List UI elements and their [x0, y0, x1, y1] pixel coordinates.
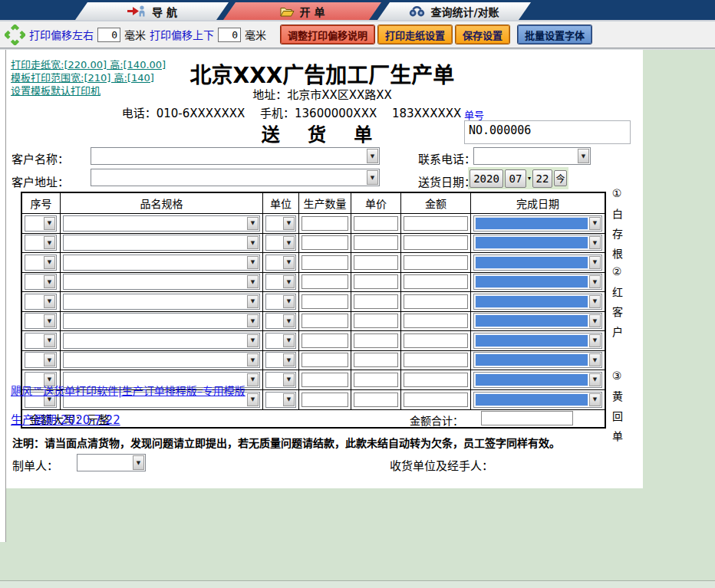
chevron-down-icon[interactable]: ▼	[44, 256, 55, 269]
qty-input[interactable]	[301, 216, 348, 231]
unit-select[interactable]: ▼	[265, 215, 296, 232]
production-cycle-link[interactable]: 生产周期:2020-7-22	[11, 411, 120, 427]
amount-input[interactable]	[404, 373, 468, 387]
chevron-down-icon[interactable]: ▼	[589, 393, 601, 406]
chevron-down-icon[interactable]: ▼	[44, 275, 55, 288]
product-select[interactable]: ▼	[63, 274, 260, 290]
chevron-down-icon[interactable]: ▼	[283, 295, 295, 308]
price-input[interactable]	[354, 314, 398, 328]
qty-input[interactable]	[301, 294, 348, 309]
unit-select[interactable]: ▼	[265, 255, 296, 271]
amount-input[interactable]	[404, 314, 468, 328]
seq-select[interactable]: ▼	[25, 235, 57, 251]
finish-date-select[interactable]: ▼	[473, 313, 602, 329]
unit-select[interactable]: ▼	[265, 313, 296, 329]
chevron-down-icon[interactable]: ▼	[247, 275, 259, 288]
chevron-down-icon[interactable]: ▼	[133, 455, 144, 470]
chevron-down-icon[interactable]: ▼	[589, 314, 601, 327]
batch-font-button[interactable]: 批量设置字体	[518, 25, 591, 44]
chevron-down-icon[interactable]: ▼	[247, 353, 259, 366]
adjust-offset-help-button[interactable]: 调整打印偏移说明	[281, 25, 374, 44]
unit-select[interactable]: ▼	[265, 294, 296, 310]
chevron-down-icon[interactable]: ▼	[283, 314, 295, 327]
chevron-down-icon[interactable]: ▼	[589, 275, 601, 288]
order-no-field[interactable]: NO.000006	[464, 120, 631, 144]
finish-date-select[interactable]: ▼	[473, 235, 602, 251]
finish-date-select[interactable]: ▼	[473, 333, 602, 349]
amount-input[interactable]	[404, 216, 468, 231]
amount-input[interactable]	[404, 353, 468, 367]
qty-input[interactable]	[301, 255, 348, 270]
chevron-down-icon[interactable]: ▼	[589, 236, 601, 249]
date-today-button[interactable]: 今	[554, 170, 567, 186]
price-input[interactable]	[354, 353, 398, 367]
chevron-down-icon[interactable]: ▼	[589, 217, 601, 230]
chevron-down-icon[interactable]: ▼	[247, 256, 259, 269]
seq-select[interactable]: ▼	[25, 255, 57, 271]
seq-select[interactable]: ▼	[25, 352, 57, 368]
paper-feed-settings-button[interactable]: 打印走纸设置	[378, 25, 452, 44]
tab-query-stats[interactable]: 查询统计/对账	[377, 2, 531, 20]
chevron-down-icon[interactable]: ▼	[283, 217, 295, 230]
offset-ud-input[interactable]	[218, 28, 241, 42]
seq-select[interactable]: ▼	[25, 215, 57, 232]
qty-input[interactable]	[301, 235, 348, 250]
seq-select[interactable]: ▼	[25, 294, 57, 310]
seq-select[interactable]: ▼	[25, 274, 57, 290]
qty-input[interactable]	[301, 353, 348, 367]
chevron-down-icon[interactable]: ▼	[589, 373, 601, 386]
chevron-down-icon[interactable]: ▼	[367, 170, 378, 185]
amount-input[interactable]	[404, 294, 468, 309]
chevron-down-icon[interactable]: ▼	[589, 353, 601, 366]
chevron-down-icon[interactable]: ▼	[283, 236, 295, 249]
chevron-down-icon[interactable]: ▼	[589, 256, 601, 269]
amount-input[interactable]	[404, 274, 468, 289]
product-select[interactable]: ▼	[63, 235, 260, 251]
amount-input[interactable]	[404, 235, 468, 250]
price-input[interactable]	[354, 255, 398, 270]
save-settings-button[interactable]: 保存设置	[456, 25, 509, 44]
chevron-down-icon[interactable]: ▼	[44, 217, 55, 230]
chevron-down-icon[interactable]: ▼	[247, 393, 259, 406]
amount-input[interactable]	[404, 255, 468, 270]
chevron-down-icon[interactable]: ▼	[44, 353, 55, 366]
maker-select[interactable]: ▼	[77, 454, 146, 471]
qty-input[interactable]	[301, 314, 348, 328]
chevron-down-icon[interactable]: ▼	[283, 353, 295, 366]
price-input[interactable]	[354, 216, 398, 231]
amount-input[interactable]	[404, 333, 468, 348]
product-select[interactable]: ▼	[63, 352, 260, 368]
chevron-down-icon[interactable]: ▼	[247, 373, 259, 386]
chevron-down-icon[interactable]: ▼	[247, 334, 259, 347]
finish-date-select[interactable]: ▼	[473, 274, 602, 290]
chevron-down-icon[interactable]: ▼	[44, 236, 55, 249]
finish-date-select[interactable]: ▼	[473, 392, 602, 408]
unit-select[interactable]: ▼	[265, 333, 296, 349]
product-select[interactable]: ▼	[63, 215, 260, 232]
chevron-down-icon[interactable]: ▼	[589, 334, 601, 347]
price-input[interactable]	[354, 333, 398, 348]
finish-date-select[interactable]: ▼	[473, 255, 602, 271]
unit-select[interactable]: ▼	[265, 274, 296, 290]
date-year-button[interactable]: 2020	[470, 169, 503, 188]
date-day-button[interactable]: 22	[532, 169, 552, 188]
finish-date-select[interactable]: ▼	[473, 215, 602, 232]
qty-input[interactable]	[301, 333, 348, 348]
unit-select[interactable]: ▼	[265, 235, 296, 251]
price-input[interactable]	[354, 235, 398, 250]
chevron-down-icon[interactable]: ▼	[283, 256, 295, 269]
chevron-down-icon[interactable]: ▼	[44, 334, 55, 347]
customer-name-select[interactable]: ▼	[91, 147, 380, 165]
price-input[interactable]	[354, 274, 398, 289]
product-select[interactable]: ▼	[63, 333, 260, 349]
chevron-down-icon[interactable]: ▼	[578, 149, 589, 163]
price-input[interactable]	[354, 294, 398, 309]
price-input[interactable]	[354, 373, 398, 387]
product-select[interactable]: ▼	[63, 294, 260, 310]
default-printer-link[interactable]: 设置模板默认打印机	[11, 83, 100, 97]
unit-select[interactable]: ▼	[265, 392, 296, 408]
qty-input[interactable]	[301, 393, 348, 407]
chevron-down-icon[interactable]: ▼	[44, 295, 55, 308]
product-select[interactable]: ▼	[63, 255, 260, 271]
price-input[interactable]	[354, 393, 398, 407]
